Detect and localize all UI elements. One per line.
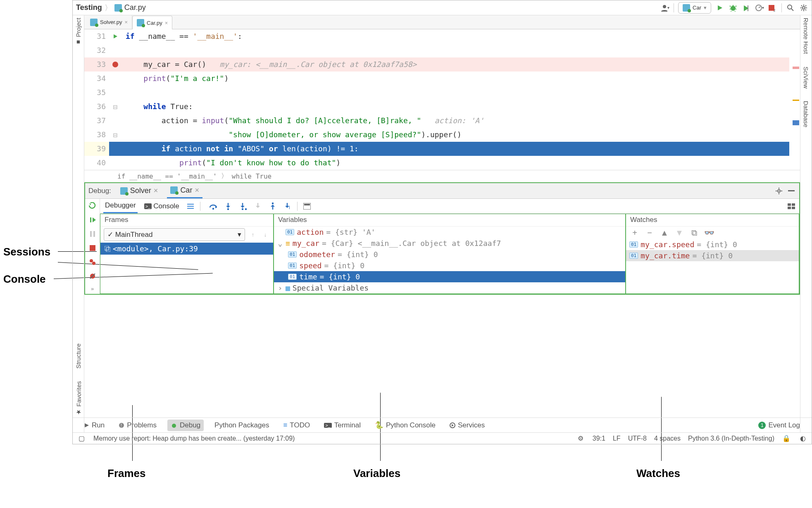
svg-rect-19 xyxy=(227,208,229,210)
svg-rect-9 xyxy=(90,231,92,237)
var-special[interactable]: ›▦Special Variables xyxy=(274,282,625,293)
watch-up-icon[interactable]: ▲ xyxy=(660,228,669,237)
editor-tabs: Solver.py × Car.py × xyxy=(84,15,800,29)
sidebar-favorites[interactable]: ★Favorites xyxy=(75,381,82,416)
debug-button[interactable] xyxy=(729,3,738,12)
glasses-icon[interactable]: 👓 xyxy=(705,228,714,237)
var-mycar[interactable]: ⌄≡my_car = {Car} <__main__.Car object at… xyxy=(274,238,625,249)
run-config-selector[interactable]: Car ▾ xyxy=(678,2,711,14)
close-icon[interactable]: × xyxy=(195,186,199,195)
editor-tab-car[interactable]: Car.py × xyxy=(132,16,172,29)
lock-icon[interactable]: 🔒 xyxy=(782,434,791,443)
breadcrumb[interactable]: Testing 〉 Car.py xyxy=(76,3,146,13)
debug-tabs-row: Debugger >_Console I xyxy=(100,199,799,214)
close-icon[interactable]: × xyxy=(154,186,158,195)
line-ending[interactable]: LF xyxy=(613,435,621,442)
sidebar-database[interactable]: Database xyxy=(802,101,810,127)
watch-time[interactable]: 01my_car.time = {int} 0 xyxy=(626,250,799,261)
view-bps-icon[interactable] xyxy=(88,258,97,267)
force-step-into-icon[interactable] xyxy=(253,202,262,211)
evaluate-icon[interactable] xyxy=(302,202,312,211)
tool-problems[interactable]: !Problems xyxy=(115,420,160,431)
tool-todo[interactable]: ≡TODO xyxy=(280,420,313,431)
stack-frame[interactable]: <module>, Car.py:39 xyxy=(100,243,273,255)
editor[interactable]: 31if __name__ == '__main__': 32 33 my_ca… xyxy=(84,29,800,170)
stop-button[interactable]: 2 xyxy=(768,3,777,12)
stripe-warning[interactable] xyxy=(793,100,799,101)
tool-pyconsole[interactable]: 🐍Python Console xyxy=(371,419,439,431)
breakpoint-icon[interactable] xyxy=(112,62,118,67)
profile-button[interactable]: ▾ xyxy=(755,3,764,12)
resume-icon[interactable] xyxy=(88,215,97,224)
session-tab-solver[interactable]: Solver × xyxy=(117,183,162,198)
step-into-my-icon[interactable] xyxy=(238,202,248,211)
annotation-sessions: Sessions xyxy=(3,246,50,258)
encoding[interactable]: UTF-8 xyxy=(628,435,647,442)
duplicate-watch-icon[interactable]: ⧉ xyxy=(690,228,699,237)
tool-eventlog[interactable]: 1Event Log xyxy=(755,420,803,431)
toolwindow-toggle-icon[interactable]: ▢ xyxy=(77,434,86,443)
step-out-icon[interactable] xyxy=(268,202,277,211)
step-over-icon[interactable] xyxy=(209,202,218,211)
indent[interactable]: 4 spaces xyxy=(654,435,681,442)
frame-down-icon[interactable]: ↓ xyxy=(261,230,270,239)
console-tab[interactable]: >_Console xyxy=(143,199,181,213)
editor-breadcrumb[interactable]: if __name__ == '__main__'〉while True xyxy=(84,170,800,182)
search-icon[interactable] xyxy=(786,3,795,12)
threads-icon[interactable] xyxy=(186,202,195,211)
svg-point-12 xyxy=(90,259,93,262)
svg-point-34 xyxy=(172,424,176,428)
close-icon[interactable]: × xyxy=(165,20,168,26)
svg-rect-26 xyxy=(788,203,791,206)
rerun-icon[interactable] xyxy=(88,201,97,210)
mute-bps-icon[interactable] xyxy=(88,272,97,281)
sidebar-sciview[interactable]: SciView xyxy=(802,67,810,88)
tool-pypackages[interactable]: Python Packages xyxy=(211,420,272,431)
interpreter[interactable]: Python 3.6 (In-Depth-Testing) xyxy=(688,435,774,442)
step-into-icon[interactable] xyxy=(224,202,233,211)
gear-icon[interactable] xyxy=(774,186,783,196)
tool-run[interactable]: Run xyxy=(81,420,108,431)
tool-terminal[interactable]: >_Terminal xyxy=(321,420,364,431)
sidebar-remote[interactable]: Remote Host xyxy=(802,18,810,54)
stripe-exec[interactable] xyxy=(793,120,799,125)
coverage-button[interactable] xyxy=(742,3,751,12)
watch-speed[interactable]: 01my_car.speed = {int} 0 xyxy=(626,239,799,250)
remove-watch-icon[interactable]: − xyxy=(645,228,654,237)
minimize-icon[interactable] xyxy=(787,186,796,196)
svg-point-0 xyxy=(663,5,666,8)
var-speed[interactable]: 01speed = {int} 0 xyxy=(274,260,625,271)
thread-selector[interactable]: ✓ MainThread▾ xyxy=(104,228,245,241)
stop-icon[interactable] xyxy=(88,243,97,253)
add-watch-icon[interactable]: + xyxy=(630,228,639,237)
caret-position[interactable]: 39:1 xyxy=(593,435,605,442)
session-tab-car[interactable]: Car × xyxy=(167,183,202,198)
close-icon[interactable]: × xyxy=(124,19,128,25)
annotation-console: Console xyxy=(3,273,46,286)
hector-icon[interactable]: ◐ xyxy=(798,434,807,443)
svg-text:!: ! xyxy=(121,423,122,428)
user-icon[interactable]: ▾ xyxy=(660,3,669,12)
svg-rect-17 xyxy=(187,208,194,209)
bg-tasks-icon[interactable]: ⚙ xyxy=(576,434,585,443)
debugger-tab[interactable]: Debugger xyxy=(103,199,138,213)
run-to-cursor-icon[interactable]: I xyxy=(283,202,292,211)
frame-up-icon[interactable]: ↑ xyxy=(248,230,257,239)
run-button[interactable] xyxy=(715,3,724,12)
run-gutter-icon[interactable] xyxy=(113,34,118,39)
var-odo[interactable]: 01odometer = {int} 0 xyxy=(274,249,625,260)
gear-icon[interactable] xyxy=(799,3,808,12)
tool-debug[interactable]: Debug xyxy=(167,420,204,431)
stripe-error[interactable] xyxy=(793,67,799,69)
var-action[interactable]: 01action = {str} 'A' xyxy=(274,227,625,238)
editor-tab-solver[interactable]: Solver.py × xyxy=(86,15,132,29)
watch-down-icon[interactable]: ▼ xyxy=(675,228,684,237)
layout-icon[interactable] xyxy=(787,202,796,211)
sidebar-structure[interactable]: Structure xyxy=(75,343,82,369)
tool-services[interactable]: Services xyxy=(446,420,488,431)
annotation-frames: Frames xyxy=(107,467,146,480)
pause-icon[interactable] xyxy=(88,229,97,238)
var-time[interactable]: 01time = {int} 0 xyxy=(274,271,625,282)
status-message[interactable]: Memory use report: Heap dump has been cr… xyxy=(93,435,295,442)
sidebar-project[interactable]: ■Project xyxy=(75,18,82,46)
